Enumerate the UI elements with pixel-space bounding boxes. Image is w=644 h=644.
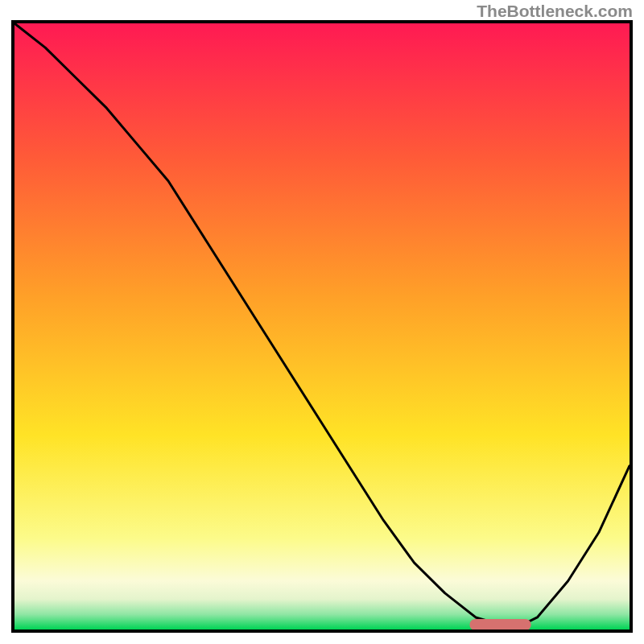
chart-svg: [14, 23, 630, 630]
gradient-background: [14, 23, 630, 630]
watermark-label: TheBottleneck.com: [477, 2, 633, 21]
optimal-marker: [469, 619, 530, 630]
chart-frame: [11, 20, 633, 633]
svg-rect-0: [469, 619, 530, 630]
